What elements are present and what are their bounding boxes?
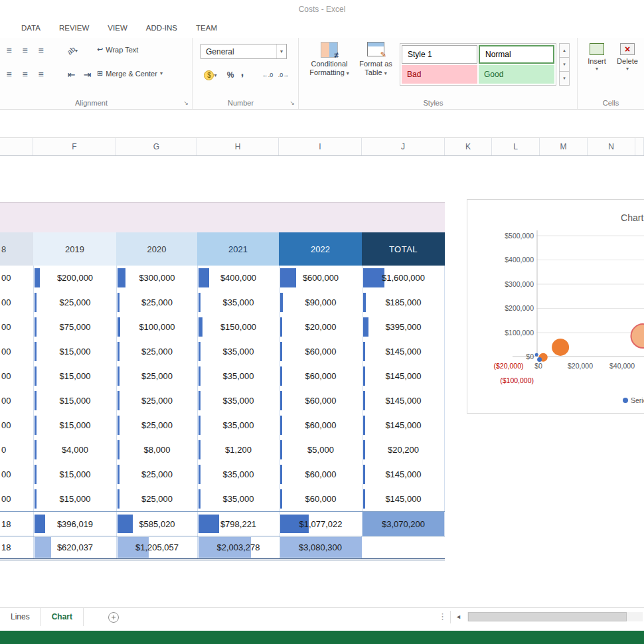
table-cell[interactable]: $15,000	[33, 462, 116, 487]
table-cell[interactable]: $4,000	[33, 438, 116, 462]
table-cell[interactable]: $25,000	[116, 364, 197, 388]
table-cell[interactable]: $25,000	[116, 339, 197, 364]
table-cell[interactable]: $25,000	[116, 290, 197, 315]
column-header-I[interactable]: I	[279, 138, 362, 155]
increase-decimal-button[interactable]: ←.0	[260, 68, 275, 82]
table-cell[interactable]: $600,000	[279, 266, 362, 290]
number-dialog-launcher[interactable]: ↘	[289, 100, 295, 106]
table-cell[interactable]: $185,000	[362, 290, 445, 315]
conditional-formatting-button[interactable]: ≠ Conditional Formatting ▾	[307, 42, 352, 78]
style-gallery-item-normal[interactable]: Normal	[479, 45, 554, 64]
table-cell[interactable]: $35,000	[197, 364, 279, 388]
table-cell-partial[interactable]: 00	[0, 339, 33, 364]
table-cell[interactable]: $35,000	[197, 290, 279, 315]
scroll-left-button[interactable]: ◄	[455, 613, 461, 620]
table-cell[interactable]: $60,000	[279, 388, 362, 413]
table-cell-partial[interactable]: 00	[0, 487, 33, 511]
table-cell[interactable]: $15,000	[33, 413, 116, 438]
table-cell[interactable]: $35,000	[197, 339, 279, 364]
gallery-scroll-up-button[interactable]: ▴	[559, 43, 570, 58]
table-cell[interactable]: $1,205,057	[116, 536, 197, 558]
table-cell[interactable]: $3,080,300	[279, 536, 362, 558]
style-gallery-item-style1[interactable]: Style 1	[402, 45, 477, 64]
formula-bar-area[interactable]	[0, 110, 644, 138]
table-cell-partial[interactable]: 00	[0, 388, 33, 413]
chart-bubble[interactable]	[535, 353, 538, 357]
table-cell[interactable]: $35,000	[197, 462, 279, 487]
column-header-K[interactable]: K	[445, 138, 492, 155]
scrollbar-track[interactable]	[467, 612, 643, 621]
sheet-tab-lines[interactable]: Lines	[0, 608, 41, 626]
align-bottom-button[interactable]: ≡	[33, 43, 48, 58]
table-cell[interactable]: $20,000	[279, 315, 362, 339]
align-center-button[interactable]: ≡	[17, 67, 33, 82]
align-right-button[interactable]: ≡	[33, 67, 48, 82]
align-left-button[interactable]: ≡	[1, 67, 17, 82]
orientation-button[interactable]: ab▾	[61, 43, 84, 58]
table-cell[interactable]: $200,000	[33, 266, 116, 290]
ribbon-tab-review[interactable]: REVIEW	[50, 19, 98, 38]
table-cell[interactable]: $15,000	[33, 388, 116, 413]
style-gallery-item-bad[interactable]: Bad	[402, 65, 477, 84]
table-cell[interactable]: $25,000	[116, 388, 197, 413]
table-cell[interactable]: $8,000	[116, 438, 197, 462]
align-middle-button[interactable]: ≡	[17, 43, 33, 58]
table-cell[interactable]: $15,000	[33, 487, 116, 511]
chart-bubble[interactable]	[631, 324, 644, 348]
table-cell-partial[interactable]: 00	[0, 462, 33, 487]
table-cell[interactable]: $145,000	[362, 388, 445, 413]
table-cell[interactable]: $300,000	[116, 266, 197, 290]
chart-title[interactable]: Chart Title	[621, 212, 644, 223]
sheet-tab-chart[interactable]: Chart	[41, 608, 84, 626]
table-cell[interactable]: $60,000	[279, 462, 362, 487]
table-cell-partial[interactable]: 00	[0, 315, 33, 339]
scrollbar-thumb[interactable]	[468, 612, 627, 621]
table-cell[interactable]: $150,000	[197, 315, 279, 339]
column-header-partial[interactable]	[635, 138, 644, 155]
table-cell[interactable]: $798,221	[197, 512, 279, 536]
table-header-2021[interactable]: 2021	[197, 232, 279, 266]
table-header-2020[interactable]: 2020	[116, 232, 197, 266]
align-top-button[interactable]: ≡	[1, 43, 17, 58]
table-cell[interactable]: $2,003,278	[197, 536, 279, 558]
embedded-bubble-chart[interactable]: $500,000$400,000$300,000$200,000$100,000…	[467, 199, 644, 414]
chart-legend-label[interactable]: Series1	[631, 396, 644, 404]
decrease-decimal-button[interactable]: .0→	[276, 68, 291, 82]
gallery-scroll-down-button[interactable]: ▾	[559, 58, 570, 72]
table-header-partial[interactable]: 8	[0, 232, 33, 266]
table-cell[interactable]: $15,000	[33, 364, 116, 388]
table-cell[interactable]: $60,000	[279, 413, 362, 438]
chart-bubble[interactable]	[537, 357, 542, 362]
new-sheet-button[interactable]: +	[108, 612, 119, 623]
column-header-J[interactable]: J	[362, 138, 445, 155]
comma-style-button[interactable]: ,	[238, 65, 247, 80]
merge-center-button[interactable]: ⊞ Merge & Center ▾	[97, 69, 163, 78]
column-header-L[interactable]: L	[492, 138, 540, 155]
table-cell[interactable]: $35,000	[197, 413, 279, 438]
gallery-more-button[interactable]: ▾	[559, 72, 570, 86]
table-cell[interactable]: $90,000	[279, 290, 362, 315]
table-cell[interactable]: $20,200	[362, 438, 445, 462]
table-cell[interactable]: $1,200	[197, 438, 279, 462]
table-cell-partial[interactable]: 00	[0, 266, 33, 290]
table-cell[interactable]: $145,000	[362, 462, 445, 487]
table-cell[interactable]: $25,000	[116, 487, 197, 511]
column-header-M[interactable]: M	[540, 138, 588, 155]
accounting-format-button[interactable]: $ ▾	[201, 68, 220, 82]
table-cell[interactable]: $145,000	[362, 487, 445, 511]
ribbon-tab-view[interactable]: VIEW	[98, 19, 136, 38]
table-cell[interactable]: $145,000	[362, 364, 445, 388]
table-cell[interactable]: $620,037	[33, 536, 116, 558]
format-as-table-button[interactable]: ✎ Format as Table ▾	[356, 42, 396, 78]
table-header-total[interactable]: TOTAL	[362, 232, 445, 266]
chart-bubble[interactable]	[552, 339, 569, 356]
table-cell[interactable]: $75,000	[33, 315, 116, 339]
column-header-N[interactable]: N	[588, 138, 635, 155]
ribbon-tab-team[interactable]: TEAM	[187, 19, 226, 38]
alignment-dialog-launcher[interactable]: ↘	[183, 100, 189, 106]
percent-style-button[interactable]: %	[224, 68, 236, 82]
table-cell[interactable]: $1,077,022	[279, 512, 362, 536]
sheet-area[interactable]: 82019202020212022TOTAL00$200,000$300,000…	[0, 156, 644, 607]
column-header-F[interactable]: F	[33, 138, 116, 155]
table-cell-partial[interactable]: 00	[0, 290, 33, 315]
